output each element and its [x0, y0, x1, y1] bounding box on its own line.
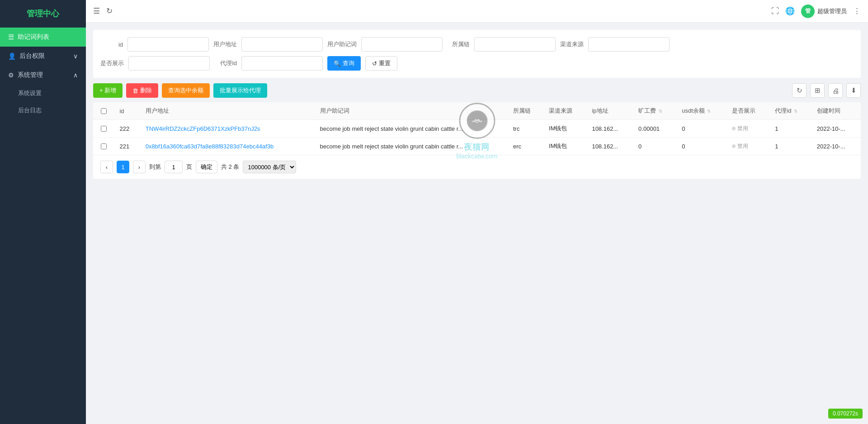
page-confirm-button[interactable]: 确定 [196, 161, 217, 173]
topbar: ☰ ↻ ⛶ 🌐 管 超级管理员 ⋮ [86, 0, 868, 23]
delete-btn-label: 删除 [140, 86, 152, 95]
page-input[interactable] [165, 161, 183, 173]
batch-show-btn-label: 批量展示给代理 [220, 86, 261, 95]
filter-input-chain[interactable] [474, 37, 556, 52]
page-label: 页 [186, 163, 192, 171]
row-checkbox-1[interactable] [101, 143, 107, 149]
table-row: 222 TNW4irRDZ2ckcZFp6D6371XzkPFb37nJ2s b… [93, 120, 861, 138]
filter-input-proxy-id[interactable] [241, 56, 323, 71]
query-balance-btn-label: 查询选中余额 [168, 86, 203, 95]
sidebar-title: 管理中心 [0, 0, 86, 28]
query-button[interactable]: 🔍 查询 [327, 56, 361, 71]
filter-input-id[interactable] [127, 37, 209, 52]
status-dot [732, 144, 736, 148]
filter-row-1: id 用户地址 用户助记词 所属链 渠道来源 [100, 37, 854, 52]
user-address-link[interactable]: TNW4irRDZ2ckcZFp6D6371XzkPFb37nJ2s [146, 125, 260, 132]
fullscreen-icon[interactable]: ⛶ [771, 7, 779, 16]
performance-badge[interactable]: 0.070272s [828, 409, 863, 419]
per-page-select[interactable]: 1000000 条/页 [243, 161, 296, 173]
filter-input-channel[interactable] [588, 37, 670, 52]
cell-usdt-balance: 0 [676, 138, 726, 155]
cell-created-at: 2022-10-... [811, 138, 861, 155]
user-info[interactable]: 管 超级管理员 [801, 5, 847, 18]
filter-label-chain: 所属链 [447, 40, 470, 48]
sort-mining-fee-icon[interactable]: ⇅ [659, 109, 662, 114]
filter-label-user-mnemonic: 用户助记词 [327, 40, 357, 48]
cell-ip: 108.162... [586, 138, 633, 155]
refresh-icon: ↻ [797, 86, 802, 95]
sidebar-item-label: 后台权限 [19, 52, 45, 60]
cell-created-at: 2022-10-... [811, 120, 861, 138]
topbar-left: ☰ ↻ [93, 6, 113, 16]
list-icon: ☰ [8, 33, 14, 41]
cell-user-address: 0x8bf16a360fca63d7fa8e88f83283d74ebc44af… [140, 138, 315, 155]
cell-proxy-id: 1 [769, 120, 811, 138]
filter-input-user-address[interactable] [241, 37, 323, 52]
go-to-label: 到第 [149, 163, 161, 171]
add-button[interactable]: + 新增 [93, 83, 123, 98]
col-ip: ip地址 [586, 102, 633, 120]
more-icon[interactable]: ⋮ [853, 6, 861, 16]
export-button[interactable]: ⬇ [846, 83, 861, 98]
status-badge: 禁用 [732, 125, 748, 133]
sort-usdt-icon[interactable]: ⇅ [707, 109, 711, 114]
col-id: id [114, 102, 140, 120]
menu-toggle-icon[interactable]: ☰ [93, 6, 100, 16]
data-table: id 用户地址 用户助记词 所属链 渠道来源 ip地址 旷工费 ⇅ usdt余额… [93, 102, 861, 179]
sidebar-item-mnemonic-list[interactable]: ☰ 助记词列表 [0, 28, 86, 47]
query-btn-label: 查询 [343, 59, 354, 67]
sidebar-item-system-management[interactable]: ⚙ 系统管理 ∧ [0, 66, 86, 85]
language-icon[interactable]: 🌐 [785, 6, 795, 16]
batch-show-button[interactable]: 批量展示给代理 [213, 83, 267, 98]
user-name: 超级管理员 [817, 7, 847, 15]
query-balance-button[interactable]: 查询选中余额 [162, 83, 210, 98]
sidebar-sub-label: 后台日志 [18, 107, 42, 114]
user-address-link[interactable]: 0x8bf16a360fca63d7fa8e88f83283d74ebc44af… [146, 143, 274, 150]
sidebar-sub-item-backend-logs[interactable]: 后台日志 [0, 102, 86, 119]
cell-checkbox [93, 120, 114, 138]
sort-proxy-id-icon[interactable]: ⇅ [794, 109, 797, 114]
sidebar: 管理中心 ☰ 助记词列表 👤 后台权限 ∨ ⚙ 系统管理 ∧ 系统设置 后台日志 [0, 0, 86, 424]
filter-label-proxy-id: 代理Id [214, 59, 237, 67]
reset-icon: ↺ [372, 60, 377, 67]
reset-btn-label: 重置 [379, 59, 391, 67]
next-page-button[interactable]: › [133, 161, 146, 173]
col-chain: 所属链 [508, 102, 543, 120]
sidebar-sub-item-system-settings[interactable]: 系统设置 [0, 85, 86, 102]
column-settings-button[interactable]: ⊞ [810, 83, 825, 98]
select-all-checkbox[interactable] [101, 108, 107, 114]
status-badge: 禁用 [732, 143, 748, 150]
page-1-button[interactable]: 1 [117, 161, 129, 173]
filter-input-is-show[interactable] [128, 56, 210, 71]
filter-input-user-mnemonic[interactable] [361, 37, 443, 52]
refresh-icon[interactable]: ↻ [106, 6, 113, 16]
columns-icon: ⊞ [815, 86, 821, 95]
cell-mining-fee: 0 [633, 138, 676, 155]
filter-bar: id 用户地址 用户助记词 所属链 渠道来源 是否展示 代理Id 🔍 查询 [93, 30, 861, 78]
col-created-at: 创建时间 [811, 102, 861, 120]
col-is-show: 是否展示 [726, 102, 769, 120]
prev-page-button[interactable]: ‹ [100, 161, 113, 173]
reset-button[interactable]: ↺ 重置 [365, 56, 397, 71]
print-icon: 🖨 [832, 87, 839, 95]
col-user-mnemonic: 用户助记词 [315, 102, 508, 120]
cell-user-address: TNW4irRDZ2ckcZFp6D6371XzkPFb37nJ2s [140, 120, 315, 138]
refresh-table-button[interactable]: ↻ [792, 83, 807, 98]
content-area: id 用户地址 用户助记词 所属链 渠道来源 是否展示 代理Id 🔍 查询 [86, 23, 868, 424]
cell-user-mnemonic: become job melt reject state violin grun… [315, 120, 508, 138]
row-checkbox-0[interactable] [101, 126, 107, 132]
chevron-down-icon: ∨ [73, 52, 78, 60]
filter-label-user-address: 用户地址 [213, 40, 237, 48]
cell-chain: erc [508, 138, 543, 155]
sidebar-item-backend-permissions[interactable]: 👤 后台权限 ∨ [0, 47, 86, 66]
sidebar-item-label: 系统管理 [18, 71, 43, 79]
delete-button[interactable]: 🗑 删除 [126, 83, 158, 98]
chevron-up-icon: ∧ [73, 71, 78, 79]
cell-usdt-balance: 0 [676, 120, 726, 138]
col-user-address: 用户地址 [140, 102, 315, 120]
print-button[interactable]: 🖨 [828, 83, 843, 98]
sidebar-item-label: 助记词列表 [18, 33, 49, 41]
cell-checkbox [93, 138, 114, 155]
delete-icon: 🗑 [132, 87, 138, 94]
filter-label-is-show: 是否展示 [100, 59, 124, 67]
